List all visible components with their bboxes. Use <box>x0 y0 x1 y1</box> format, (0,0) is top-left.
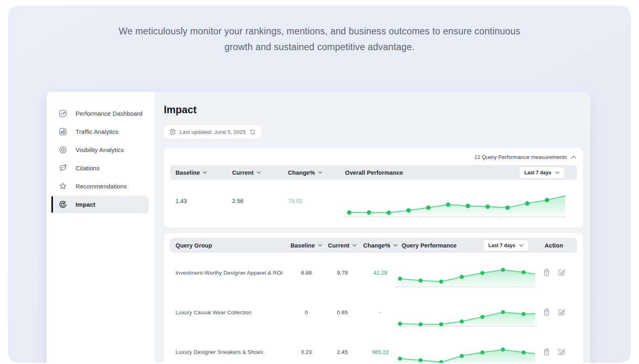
overall-table-row: 1.43 2.56 79.02 <box>170 180 577 222</box>
query-change-value: 42.29 <box>359 270 402 276</box>
query-current-value: 0.65 <box>326 309 359 315</box>
chevron-down-icon <box>393 244 398 247</box>
chevron-down-icon <box>318 244 322 247</box>
edit-button[interactable] <box>557 348 565 356</box>
query-performance-chart <box>396 302 536 327</box>
hero-line-2: growth and sustained competitive advanta… <box>101 39 538 55</box>
query-current-value: 2.45 <box>326 349 359 355</box>
query-baseline-value: 0 <box>287 309 326 315</box>
last-updated-text: Last updated: June 5, 2025 <box>180 129 246 135</box>
chevron-down-icon <box>256 171 261 174</box>
query-group-name: Investment-Worthy Designer Apparel & ROI <box>176 270 287 276</box>
sidebar-item-impact[interactable]: Impact <box>52 196 149 213</box>
measurements-toggle[interactable]: 12 Query Performance measurements <box>170 152 577 165</box>
chevron-down-icon <box>555 171 559 174</box>
last-updated-pill: Last updated: June 5, 2025 <box>164 125 261 139</box>
chevron-up-icon[interactable] <box>571 155 576 159</box>
query-table-row: Luxury Designer Sneakers & Shoes 0.23 2.… <box>170 332 577 363</box>
measurements-label: 12 Query Performance measurements <box>474 154 567 160</box>
overall-change-value: 79.02 <box>288 198 345 204</box>
query-baseline-value: 6.88 <box>287 270 326 276</box>
overall-sort-baseline[interactable]: Baseline <box>176 169 232 176</box>
sidebar-item-citations[interactable]: Citations <box>52 159 149 177</box>
sidebar-item-traffic-analytics[interactable]: Traffic Analytics <box>52 123 149 140</box>
query-performance-chart <box>396 341 536 363</box>
query-current-value: 9.79 <box>326 270 359 276</box>
chevron-down-icon <box>203 171 207 174</box>
edit-button[interactable] <box>557 269 565 277</box>
sidebar-item-performance-dashboard[interactable]: Performance Dashboard <box>52 105 149 122</box>
overall-range-select[interactable]: Last 7 days <box>519 167 565 179</box>
query-table-row: Luxury Casual Wear Collection 0 0.65 - <box>170 292 577 332</box>
query-group-name: Luxury Designer Sneakers & Shoes <box>176 349 287 355</box>
hero-line-1: We meticulously monitor your rankings, m… <box>101 23 538 39</box>
query-change-value: - <box>359 309 402 315</box>
page-background: We meticulously monitor your rankings, m… <box>8 6 631 363</box>
sidebar-item-visibility-analytics[interactable]: Visibility Analytics <box>52 141 149 159</box>
query-performance-header: Query Performance <box>402 242 457 249</box>
overall-table-header: Baseline Current Change% Overall Perform… <box>170 165 577 180</box>
sidebar: Performance Dashboard Traffic Analytics … <box>47 92 155 363</box>
query-sort-baseline[interactable]: Baseline <box>287 242 326 249</box>
traffic-analytics-icon <box>58 127 67 136</box>
impact-target-icon <box>58 200 67 209</box>
query-baseline-value: 0.23 <box>287 349 326 355</box>
recommendations-icon <box>58 182 67 191</box>
main-panel: Impact Last updated: June 5, 2025 <box>155 92 590 363</box>
chevron-down-icon <box>318 171 322 174</box>
performance-dashboard-icon <box>58 109 67 118</box>
delete-button[interactable] <box>543 269 550 277</box>
delete-button[interactable] <box>543 308 550 316</box>
query-groups-card: Query Group Baseline Current Change% <box>164 233 583 363</box>
query-change-value: 965.22 <box>359 349 402 355</box>
calendar-icon <box>169 129 176 135</box>
query-sort-current[interactable]: Current <box>326 242 359 249</box>
query-range-select[interactable]: Last 7 days <box>483 239 529 252</box>
page-title: Impact <box>164 104 583 116</box>
query-group-name: Luxury Casual Wear Collection <box>176 309 287 315</box>
refresh-icon[interactable] <box>250 129 256 135</box>
overall-performance-card: 12 Query Performance measurements Baseli… <box>164 148 583 228</box>
hero-text: We meticulously monitor your rankings, m… <box>101 23 538 55</box>
visibility-analytics-icon <box>58 146 67 154</box>
query-sort-change[interactable]: Change% <box>359 242 402 249</box>
overall-current-value: 2.56 <box>232 198 288 204</box>
edit-button[interactable] <box>557 308 565 316</box>
query-group-header: Query Group <box>176 242 287 249</box>
overall-performance-header: Overall Performance <box>345 169 403 176</box>
overall-sort-change[interactable]: Change% <box>288 169 345 176</box>
query-performance-chart <box>396 262 536 287</box>
overall-baseline-value: 1.43 <box>176 198 232 204</box>
overall-performance-chart <box>345 187 566 217</box>
chevron-down-icon <box>352 244 357 247</box>
chevron-down-icon <box>519 244 523 247</box>
action-header: Action <box>536 242 571 249</box>
delete-button[interactable] <box>543 348 550 356</box>
query-table-row: Investment-Worthy Designer Apparel & ROI… <box>170 253 577 292</box>
citations-icon <box>58 164 67 173</box>
sidebar-item-recommendations[interactable]: Recommendations <box>52 178 149 195</box>
overall-sort-current[interactable]: Current <box>232 169 288 176</box>
query-table-header: Query Group Baseline Current Change% <box>170 238 577 253</box>
app-card: Performance Dashboard Traffic Analytics … <box>47 92 590 363</box>
